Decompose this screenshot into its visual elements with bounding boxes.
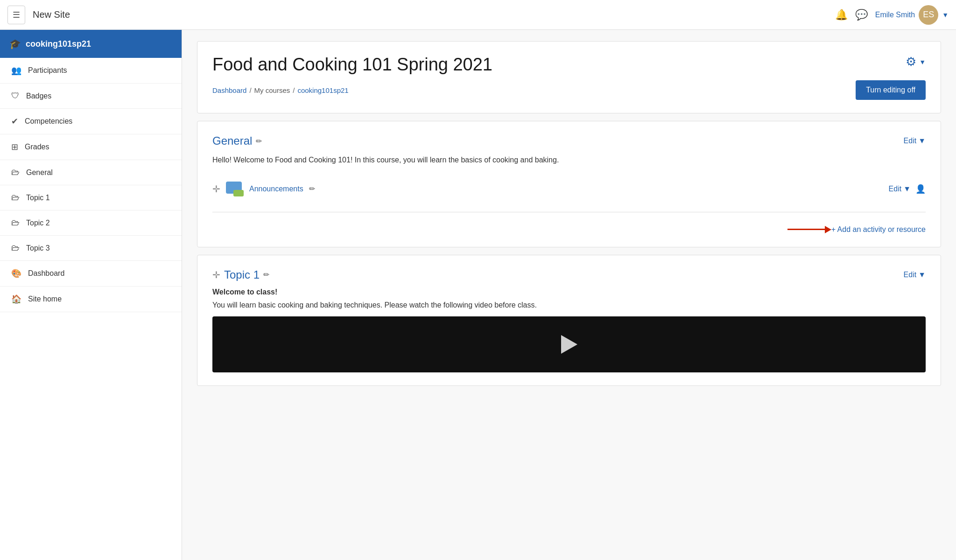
sidebar-item-label: Topic 3 <box>26 244 50 252</box>
chevron-down-icon: ▼ <box>903 185 911 193</box>
announcements-edit-button[interactable]: Edit ▼ <box>889 185 911 193</box>
general-folder-icon: 🗁 <box>11 168 20 177</box>
sidebar-course-name: cooking101sp21 <box>26 39 91 49</box>
breadcrumb-course[interactable]: cooking101sp21 <box>297 86 348 94</box>
sidebar-item-general[interactable]: 🗁 General <box>0 160 182 185</box>
general-section-description: Hello! Welcome to Food and Cooking 101! … <box>212 154 926 166</box>
topic1-folder-icon: 🗁 <box>11 193 20 203</box>
main-content: Food and Cooking 101 Spring 2021 ⚙ ▼ Das… <box>182 30 956 560</box>
add-activity-button[interactable]: + Add an activity or resource <box>831 225 926 234</box>
sidebar: 🎓 cooking101sp21 👥 Participants 🛡 Badges… <box>0 30 182 560</box>
sidebar-item-grades[interactable]: ⊞ Grades <box>0 134 182 160</box>
topic1-video[interactable] <box>212 316 926 372</box>
page-title: Food and Cooking 101 Spring 2021 <box>212 55 492 75</box>
general-title-area: General ✏ <box>212 134 262 147</box>
top-nav-left: ☰ New Site <box>7 6 70 24</box>
announcements-link[interactable]: Announcements <box>249 185 303 193</box>
page-header-top: Food and Cooking 101 Spring 2021 ⚙ ▼ <box>212 55 926 75</box>
sidebar-item-topic1[interactable]: 🗁 Topic 1 <box>0 185 182 210</box>
general-title-edit-pencil[interactable]: ✏ <box>256 137 262 146</box>
topic1-title-edit-pencil[interactable]: ✏ <box>263 270 269 279</box>
course-icon: 🎓 <box>9 38 21 49</box>
announcements-edit-pencil[interactable]: ✏ <box>309 184 315 193</box>
sidebar-item-label: Topic 1 <box>26 194 50 202</box>
sidebar-item-label: Participants <box>28 66 67 75</box>
chevron-down-icon: ▼ <box>942 11 949 19</box>
sidebar-item-label: Topic 2 <box>26 219 50 227</box>
dashboard-icon: 🎨 <box>11 268 21 279</box>
sidebar-item-topic2[interactable]: 🗁 Topic 2 <box>0 210 182 236</box>
topic1-edit-button[interactable]: Edit ▼ <box>904 271 926 279</box>
play-button-icon <box>561 335 577 354</box>
add-activity-row: + Add an activity or resource <box>212 222 926 234</box>
breadcrumb-row: Dashboard / My courses / cooking101sp21 … <box>212 80 926 100</box>
topic2-folder-icon: 🗁 <box>11 218 20 228</box>
section-divider <box>212 212 926 212</box>
topic1-section-header: ✛ Topic 1 ✏ Edit ▼ <box>212 268 926 281</box>
sidebar-item-sitehome[interactable]: 🏠 Site home <box>0 287 182 312</box>
user-menu[interactable]: Emile Smith ES ▼ <box>875 5 949 25</box>
gear-area: ⚙ ▼ <box>906 55 926 69</box>
topic1-section-card: ✛ Topic 1 ✏ Edit ▼ Welcome to class! You… <box>197 255 941 386</box>
avatar-initials: ES <box>923 10 934 20</box>
settings-icon[interactable]: ⚙ <box>906 55 916 69</box>
drag-handle-icon[interactable]: ✛ <box>212 183 220 195</box>
sidebar-course-header[interactable]: 🎓 cooking101sp21 <box>0 30 182 58</box>
site-title: New Site <box>33 9 70 20</box>
topic1-drag-handle[interactable]: ✛ <box>212 269 220 280</box>
messages-icon[interactable]: 💬 <box>855 9 868 21</box>
red-arrow-indicator <box>787 226 831 233</box>
chevron-down-icon: ▼ <box>918 137 926 145</box>
general-section-header: General ✏ Edit ▼ <box>212 134 926 147</box>
activity-left: ✛ Announcements ✏ <box>212 180 315 198</box>
avatar: ES <box>919 5 938 25</box>
user-permissions-icon[interactable]: 👤 <box>915 184 926 194</box>
sidebar-item-participants[interactable]: 👥 Participants <box>0 58 182 84</box>
topic1-description: You will learn basic cooking and baking … <box>212 299 926 311</box>
badges-icon: 🛡 <box>11 91 20 101</box>
competencies-icon: ✔ <box>11 116 18 126</box>
breadcrumb-dashboard[interactable]: Dashboard <box>212 86 246 94</box>
topic3-folder-icon: 🗁 <box>11 243 20 253</box>
breadcrumb: Dashboard / My courses / cooking101sp21 <box>212 86 349 94</box>
top-nav-right: 🔔 💬 Emile Smith ES ▼ <box>835 5 949 25</box>
general-edit-button[interactable]: Edit ▼ <box>904 137 926 145</box>
sidebar-item-competencies[interactable]: ✔ Competencies <box>0 109 182 134</box>
turn-editing-button[interactable]: Turn editing off <box>856 80 926 100</box>
hamburger-button[interactable]: ☰ <box>7 6 25 24</box>
notifications-icon[interactable]: 🔔 <box>835 9 848 21</box>
sidebar-item-topic3[interactable]: 🗁 Topic 3 <box>0 236 182 261</box>
general-section-card: General ✏ Edit ▼ Hello! Welcome to Food … <box>197 121 941 247</box>
app-layout: 🎓 cooking101sp21 👥 Participants 🛡 Badges… <box>0 0 956 560</box>
activity-row: ✛ Announcements ✏ Edit ▼ 👤 <box>212 175 926 203</box>
topic1-section-title: Topic 1 <box>224 268 260 281</box>
sidebar-item-label: General <box>26 168 53 177</box>
activity-edit-area: Edit ▼ 👤 <box>889 184 926 194</box>
general-section-title: General <box>212 134 252 147</box>
participants-icon: 👥 <box>11 65 21 76</box>
topic1-bold-text: Welcome to class! <box>212 288 926 296</box>
breadcrumb-mycourses: My courses <box>254 86 290 94</box>
sidebar-item-label: Grades <box>25 143 49 151</box>
breadcrumb-sep2: / <box>293 86 295 94</box>
sidebar-item-badges[interactable]: 🛡 Badges <box>0 84 182 109</box>
grades-icon: ⊞ <box>11 142 18 152</box>
page-header-card: Food and Cooking 101 Spring 2021 ⚙ ▼ Das… <box>197 41 941 113</box>
chevron-down-icon: ▼ <box>918 271 926 279</box>
breadcrumb-sep1: / <box>249 86 251 94</box>
topic1-title-area: ✛ Topic 1 ✏ <box>212 268 269 281</box>
top-nav: ☰ New Site 🔔 💬 Emile Smith ES ▼ <box>0 0 956 30</box>
user-name: Emile Smith <box>875 11 915 19</box>
sidebar-item-label: Site home <box>28 295 62 303</box>
sitehome-icon: 🏠 <box>11 294 21 304</box>
announcements-icon <box>226 180 244 198</box>
sidebar-item-dashboard[interactable]: 🎨 Dashboard <box>0 261 182 287</box>
sidebar-item-label: Competencies <box>25 117 72 126</box>
sidebar-item-label: Badges <box>26 92 51 100</box>
sidebar-item-label: Dashboard <box>28 269 64 278</box>
gear-dropdown-arrow[interactable]: ▼ <box>919 58 926 66</box>
